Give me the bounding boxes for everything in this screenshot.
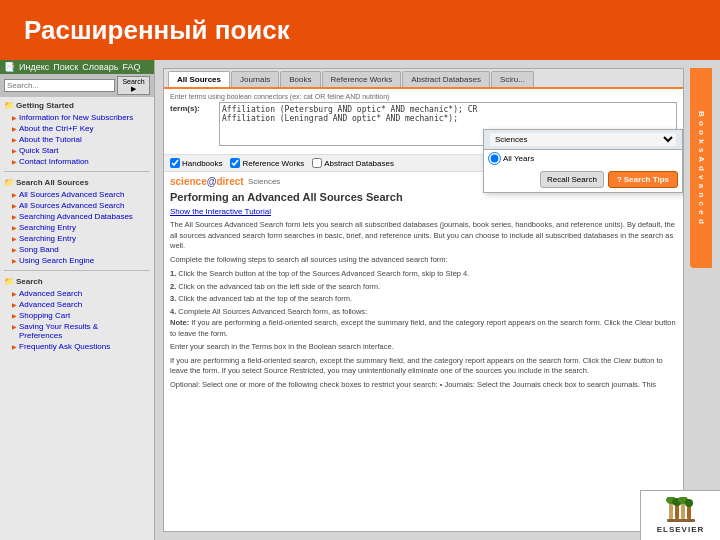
sd-instruction-3: Optional: Select one or more of the foll…: [170, 380, 677, 393]
tab-journals[interactable]: Journals: [231, 71, 279, 87]
sd-container: All Sources Journals Books Reference Wor…: [163, 68, 684, 532]
checkbox-ref-works[interactable]: Reference Works: [230, 158, 304, 168]
folder-icon-3: 📁: [4, 277, 14, 286]
sidebar-divider-1: [4, 171, 150, 172]
sd-results-header: Sciences: [484, 130, 682, 150]
sidebar-section-search-all: 📁 Search All Sources All Sources Advance…: [0, 174, 154, 268]
sd-tabs: All Sources Journals Books Reference Wor…: [164, 69, 683, 89]
folder-icon-2: 📁: [4, 178, 14, 187]
checkbox-abstract-db-input[interactable]: [312, 158, 322, 168]
sciences-label: Sciences: [248, 177, 280, 186]
sd-sciences-select[interactable]: Sciences: [490, 133, 676, 146]
sidebar-item-10[interactable]: Searching Entry: [4, 233, 150, 244]
sidebar-item-13[interactable]: Advanced Search: [4, 288, 150, 299]
sidebar-item-8[interactable]: Searching Advanced Databases: [4, 211, 150, 222]
svg-point-7: [685, 499, 693, 507]
sidebar-index-link[interactable]: Индекс: [19, 62, 49, 72]
annotation-strip: B o o k s A d v a n c e d: [690, 68, 712, 268]
main-content: 📑 Индекс Поиск Словарь FAQ Search ▶ 📁 Ge…: [0, 60, 720, 540]
step-4: Complete All Sources Advanced Search for…: [170, 306, 677, 319]
checkbox-ref-works-input[interactable]: [230, 158, 240, 168]
sidebar-section-header-2: 📁 Search All Sources: [4, 176, 150, 189]
sidebar-item-5[interactable]: Contact Information: [4, 156, 150, 167]
sd-results-buttons: Recall Search ? Search Tips: [484, 167, 682, 192]
sd-instruction-1: Enter your search in the Terms box in th…: [170, 342, 677, 353]
sidebar-item-4[interactable]: Quick Start: [4, 145, 150, 156]
sd-results-row: All Years: [484, 150, 682, 167]
sidebar-toolbar: 📑 Индекс Поиск Словарь FAQ: [0, 60, 154, 74]
step-2: Click on the advanced tab on the left si…: [170, 281, 677, 294]
tab-scirus[interactable]: Sciru...: [491, 71, 534, 87]
sidebar-item-2[interactable]: About the Ctrl+F Key: [4, 123, 150, 134]
sidebar-search-input[interactable]: [4, 79, 115, 92]
sidebar-glossary-link[interactable]: Словарь: [82, 62, 118, 72]
tab-reference-works[interactable]: Reference Works: [322, 71, 402, 87]
sidebar-section-search: 📁 Search Advanced Search Advanced Search…: [0, 273, 154, 354]
sidebar-item-3[interactable]: About the Tutorial: [4, 134, 150, 145]
elsevier-logo-svg: [663, 497, 699, 525]
elsevier-area: ELSEVIER: [640, 490, 720, 540]
sidebar-search-link[interactable]: Поиск: [53, 62, 78, 72]
checkbox-handbooks[interactable]: Handbooks: [170, 158, 222, 168]
sidebar-item-7[interactable]: All Sources Advanced Search: [4, 200, 150, 211]
sd-steps-list: Click the Search button at the top of th…: [170, 268, 677, 318]
sd-logo: science@direct: [170, 176, 244, 187]
sd-instruction-2: If you are performing a field-oriented s…: [170, 356, 677, 377]
page-title: Расширенный поиск: [24, 15, 290, 46]
search-tips-label: Search Tips: [624, 175, 669, 184]
step-1: Click the Search button at the top of th…: [170, 268, 677, 281]
note-label: Note:: [170, 318, 189, 327]
main-panel: B o o k s A d v a n c e d All Sources Jo…: [155, 60, 720, 540]
sd-search-label: term(s):: [170, 102, 215, 113]
checkbox-abstract-db[interactable]: Abstract Databases: [312, 158, 394, 168]
header-bar: Расширенный поиск: [0, 0, 720, 60]
svg-rect-3: [687, 505, 691, 519]
checkbox-handbooks-label: Handbooks: [182, 159, 222, 168]
all-years-radio-input[interactable]: [488, 152, 501, 165]
tab-books[interactable]: Books: [280, 71, 320, 87]
sidebar-item-14[interactable]: Advanced Search: [4, 299, 150, 310]
sidebar-item-1[interactable]: Information for New Subscribers: [4, 112, 150, 123]
tab-abstract-databases[interactable]: Abstract Databases: [402, 71, 490, 87]
sidebar-item-6[interactable]: All Sources Advanced Search: [4, 189, 150, 200]
search-tips-button[interactable]: ? Search Tips: [608, 171, 678, 188]
note-text: If you are performing a field-oriented s…: [170, 318, 676, 338]
sd-search-hint: Enter terms using boolean connectors (ex…: [170, 93, 677, 100]
sidebar-search-bar: Search ▶: [0, 74, 154, 97]
sidebar-divider-2: [4, 270, 150, 271]
sd-steps-header: Complete the following steps to search a…: [170, 255, 677, 266]
sidebar-item-16[interactable]: Saving Your Results & Preferences: [4, 321, 150, 341]
checkbox-handbooks-input[interactable]: [170, 158, 180, 168]
sidebar-item-11[interactable]: Song Band: [4, 244, 150, 255]
checkbox-ref-works-label: Reference Works: [242, 159, 304, 168]
sidebar-section-getting-started: 📁 Getting Started Information for New Su…: [0, 97, 154, 169]
recall-search-button[interactable]: Recall Search: [540, 171, 604, 188]
sidebar-section-header-1: 📁 Getting Started: [4, 99, 150, 112]
sd-all-years-radio[interactable]: All Years: [488, 152, 534, 165]
sidebar-item-15[interactable]: Shopping Cart: [4, 310, 150, 321]
sidebar-item-12[interactable]: Using Search Engine: [4, 255, 150, 266]
folder-icon: 📁: [4, 101, 14, 110]
sidebar-item-17[interactable]: Frequently Ask Questions: [4, 341, 150, 352]
sidebar-section-header-3: 📁 Search: [4, 275, 150, 288]
bookmark-icon[interactable]: 📑: [4, 62, 15, 72]
sd-note: Note: If you are performing a field-orie…: [170, 318, 677, 339]
checkbox-abstract-db-label: Abstract Databases: [324, 159, 394, 168]
step-3: Click the advanced tab at the top of the…: [170, 293, 677, 306]
sidebar: 📑 Индекс Поиск Словарь FAQ Search ▶ 📁 Ge…: [0, 60, 155, 540]
all-years-label: All Years: [503, 154, 534, 163]
annotation-text: B o o k s A d v a n c e d: [697, 111, 706, 225]
question-icon: ?: [617, 175, 622, 184]
sidebar-search-button[interactable]: Search ▶: [117, 76, 150, 95]
sidebar-item-9[interactable]: Searching Entry: [4, 222, 150, 233]
elsevier-text: ELSEVIER: [657, 525, 705, 534]
sidebar-faq-link[interactable]: FAQ: [122, 62, 140, 72]
tab-all-sources[interactable]: All Sources: [168, 71, 230, 87]
svg-rect-8: [667, 519, 695, 522]
sd-intro-text: The All Sources Advanced Search form let…: [170, 220, 677, 252]
sd-tutorial-body: The All Sources Advanced Search form let…: [170, 220, 677, 392]
sd-tutorial: science@direct Sciences Performing an Ad…: [164, 172, 683, 392]
sd-results-panel: Sciences All Years Recall Search ? Searc…: [483, 129, 683, 193]
sd-tutorial-subtitle-link[interactable]: Show the Interactive Tutorial: [170, 207, 677, 216]
